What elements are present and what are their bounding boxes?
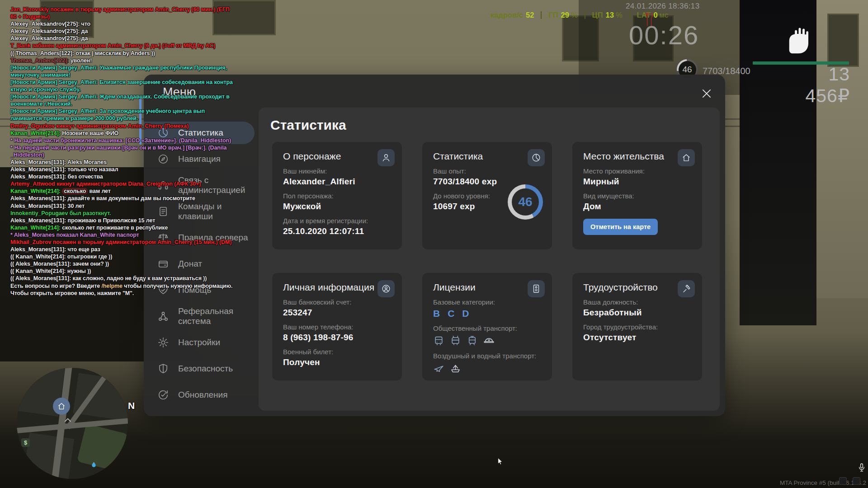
dollar-blip: $ bbox=[21, 438, 30, 447]
chat-line: * Aleks_Moranes показал Kanan_White пасп… bbox=[10, 232, 233, 239]
chat-line: (( Aleks_Moranes[131]: как сложно, ладно… bbox=[10, 275, 233, 282]
chat-line: Thomas_Anders[122]: уволен! bbox=[10, 57, 233, 65]
chat-line: Dmitry_Oguzkov кикнут администратором Am… bbox=[10, 123, 233, 130]
card-licenses: ЛицензииБазовые категории:BCDОбщественны… bbox=[422, 273, 552, 380]
chat-line: военкомате г.Невский. bbox=[10, 101, 233, 108]
mouse-cursor bbox=[496, 457, 505, 468]
license-icon bbox=[531, 284, 541, 294]
chat-line: Aleks_Moranes[131]: проживаю в Приволжск… bbox=[10, 217, 233, 225]
chat-line: Innokentiy_Popugaev был разоткнут. bbox=[10, 210, 233, 217]
exp-donut: 46 bbox=[508, 184, 543, 220]
person-circle-chip bbox=[377, 280, 395, 297]
chat-line: [Новости Армия] Sergey_Alfieri: Близится… bbox=[10, 79, 233, 86]
card-title: Место жительства bbox=[583, 151, 691, 162]
chat-line: Mikhail_Zubrov посажен в тюрьму админист… bbox=[10, 239, 233, 246]
sidebar-item-updates[interactable]: Обновления bbox=[144, 382, 259, 408]
tray-chip[interactable] bbox=[839, 477, 847, 485]
chat-line: Чтобы открыть игровое меню, нажмите "M". bbox=[10, 290, 233, 297]
perf-item: ГП29% bbox=[548, 11, 577, 19]
mic-icon[interactable] bbox=[857, 461, 867, 474]
card-field: Город трудоустройства:Отсутствует bbox=[583, 323, 691, 343]
card-field: Пол персонажа:Мужской bbox=[283, 192, 391, 211]
chat-line: Aleks_Moranes[131]: 30 лет bbox=[10, 203, 233, 210]
chat-line: Aleks_Moranes[131]: давайте я вам докуме… bbox=[10, 195, 233, 202]
chat-line: Jan_Kizovskiy посажен в тюрьму администр… bbox=[10, 6, 233, 14]
compass-north: N bbox=[128, 400, 135, 411]
sidebar-item-security[interactable]: Безопасность bbox=[144, 356, 259, 382]
card-title: О персонаже bbox=[283, 151, 391, 162]
chat-line: (( Kanan_White[214]: нужны )) bbox=[10, 268, 233, 275]
chat-line: [Новости Армия] Sergey_Alfieri: Ждем опа… bbox=[10, 94, 233, 101]
chat-line: Kanan_White[214]: Нозовите ваше ФИО bbox=[10, 130, 233, 137]
chat-line: _Hiddleston) bbox=[10, 152, 233, 159]
chat-line: Aleks_Moranes[131]: Aleks Moranes bbox=[10, 159, 233, 166]
chat-line: минуточку внимания! bbox=[10, 72, 233, 79]
close-button[interactable] bbox=[700, 87, 713, 101]
chat-line: (( Kanan_White[214]: отыгровки где )) bbox=[10, 253, 233, 261]
hud-clock: 00:26 bbox=[629, 20, 699, 50]
card-field: Вид имущества:Дом bbox=[583, 192, 691, 211]
page-title: Статистика bbox=[270, 117, 346, 133]
chat-line: лачивается премия в размере 200.000 рубл… bbox=[10, 115, 233, 122]
card-character: О персонажеВаш никнейм:Alexander_Alfieri… bbox=[272, 142, 402, 249]
card-field: Ваш банковский счет:253247 bbox=[283, 298, 391, 318]
card-title: Трудоустройство bbox=[583, 282, 691, 293]
plane-icon bbox=[433, 363, 444, 374]
pie-chip bbox=[528, 149, 545, 166]
license-icons: Общественный транспорт: bbox=[433, 324, 541, 347]
chat-line: Alexey_Aleksandrov[275]: что bbox=[10, 21, 233, 28]
menu-content: Статистика О персонажеВаш никнейм:Alexan… bbox=[259, 108, 720, 411]
tram-icon bbox=[467, 335, 478, 347]
card-personal: Личная информацияВаш банковский счет:253… bbox=[272, 273, 402, 380]
gear-icon bbox=[157, 337, 169, 348]
donut-level: 46 bbox=[518, 195, 532, 209]
chat-line: Kanan_White[214]: сколько лет проживаете… bbox=[10, 225, 233, 232]
mark-on-map-button[interactable]: Отметить на карте bbox=[583, 219, 658, 235]
card-residence: Место жительстваМесто проживания:МирныйВ… bbox=[572, 142, 702, 249]
card-field: Ваш никнейм:Alexander_Alfieri bbox=[283, 167, 391, 187]
level-value: 46 bbox=[682, 65, 692, 75]
home-chip bbox=[678, 149, 695, 166]
chat-line: ктную и срочную службу. bbox=[10, 86, 233, 94]
chat-line: T_Bank забанен администратором Amin_Cher… bbox=[10, 42, 233, 50]
chevron-up-icon bbox=[62, 415, 73, 426]
card-statistics: СтатистикаВаш опыт:7703/18400 expДо ново… bbox=[422, 142, 552, 249]
sidebar-item-label: Реферальная система bbox=[178, 306, 250, 326]
sidebar-item-referral[interactable]: Реферальная система bbox=[144, 303, 259, 329]
chat-line: [Новости Армия] Sergey_Alfieri: Уважаемы… bbox=[10, 65, 233, 72]
perf-item: ЦП13% bbox=[592, 11, 623, 19]
chat-line: 60 + Подрезы) bbox=[10, 14, 233, 21]
perf-item: кадров/с52 bbox=[491, 11, 534, 19]
chat-line: Kanan_White[214]: сколько вам лет bbox=[10, 188, 233, 195]
network-icon bbox=[157, 310, 169, 322]
sidebar-item-settings[interactable]: Настройки bbox=[144, 329, 259, 356]
person-circle-icon bbox=[381, 284, 391, 294]
fist-icon bbox=[786, 25, 812, 56]
chat-line: * На передней части разгрузки нашивки:[В… bbox=[10, 145, 233, 152]
card-field: Ваш номер телефона:8 (963) 198-87-96 bbox=[283, 323, 391, 343]
chat-line: Alexey_Aleksandrov[275]: да bbox=[10, 28, 233, 35]
chat-line: (( Aleks_Moranes[131]: зачем они? )) bbox=[10, 261, 233, 268]
bus-icon bbox=[433, 335, 444, 347]
home-icon bbox=[57, 402, 66, 411]
hammer-icon bbox=[681, 284, 691, 294]
shield-icon bbox=[157, 363, 169, 375]
chat-log: Jan_Kizovskiy посажен в тюрьму администр… bbox=[10, 6, 233, 297]
performance-stats: кадров/с52ГП29%ЦП13%LAT0мс bbox=[491, 11, 668, 19]
license-categories: Базовые категории:BCD bbox=[433, 298, 541, 319]
person-icon bbox=[381, 153, 391, 163]
sidebar-item-label: Безопасность bbox=[178, 364, 250, 374]
tray-chip[interactable] bbox=[853, 477, 860, 485]
water-drop-icon bbox=[90, 461, 98, 469]
chat-line: Aleks_Moranes[131]: без отчества bbox=[10, 174, 233, 181]
minimap-home-button[interactable] bbox=[53, 398, 70, 415]
license-icons: Воздушный и водный транспорт: bbox=[433, 352, 541, 374]
sidebar-item-label: Обновления bbox=[178, 390, 250, 400]
card-employment: ТрудоустройствоВаша должность:Безработны… bbox=[572, 273, 702, 380]
hammer-chip bbox=[678, 280, 695, 297]
license-letter: D bbox=[462, 308, 469, 319]
chat-line: * На задней части бронежилета нашивка: [… bbox=[10, 137, 233, 145]
home-icon bbox=[681, 153, 691, 163]
minimap[interactable]: $ bbox=[17, 368, 128, 479]
chat-line: Есть вопросы по игре? Введите /helpme чт… bbox=[10, 283, 233, 290]
